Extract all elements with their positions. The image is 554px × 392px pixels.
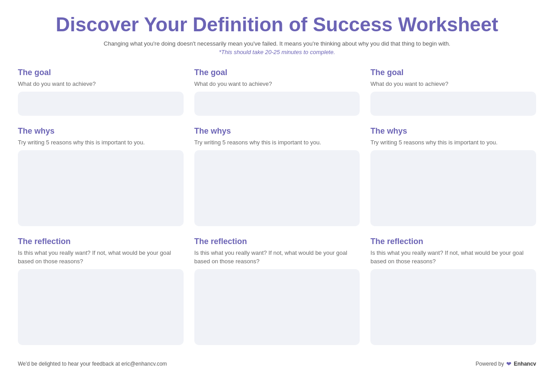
whys-title-1: The whys <box>18 126 184 136</box>
whys-desc-3: Try writing 5 reasons why this is import… <box>370 139 536 147</box>
whys-block-2: The whys Try writing 5 reasons why this … <box>194 126 360 226</box>
reflection-block-2: The reflection Is this what you really w… <box>194 237 360 345</box>
reflection-input-3[interactable] <box>370 269 536 345</box>
whys-input-3[interactable] <box>370 150 536 226</box>
whys-title-3: The whys <box>370 126 536 136</box>
goal-title-2: The goal <box>194 68 360 77</box>
whys-block-3: The whys Try writing 5 reasons why this … <box>370 126 536 226</box>
reflection-input-1[interactable] <box>18 269 184 345</box>
page-title: Discover Your Definition of Success Work… <box>18 13 536 36</box>
whys-input-2[interactable] <box>194 150 360 226</box>
title-highlight-word: Worksheet <box>398 13 498 35</box>
goal-input-2[interactable] <box>194 92 360 116</box>
reflection-block-3: The reflection Is this what you really w… <box>370 237 536 345</box>
subtitle-text: Changing what you're doing doesn't neces… <box>18 40 536 47</box>
whys-input-1[interactable] <box>18 150 184 226</box>
goal-title-1: The goal <box>18 68 184 77</box>
goal-input-1[interactable] <box>18 92 184 116</box>
whys-row: The whys Try writing 5 reasons why this … <box>18 126 536 226</box>
reflection-desc-3: Is this what you really want? If not, wh… <box>370 249 536 265</box>
reflection-title-2: The reflection <box>194 237 360 246</box>
reflection-desc-1: Is this what you really want? If not, wh… <box>18 249 184 265</box>
whys-block-1: The whys Try writing 5 reasons why this … <box>18 126 184 226</box>
reflection-row: The reflection Is this what you really w… <box>18 237 536 345</box>
powered-by-text: Powered by <box>476 361 504 367</box>
page-footer: We'd be delighted to hear your feedback … <box>18 356 536 367</box>
whys-title-2: The whys <box>194 126 360 136</box>
goal-block-3: The goal What do you want to achieve? <box>370 68 536 116</box>
reflection-input-2[interactable] <box>194 269 360 345</box>
goal-input-3[interactable] <box>370 92 536 116</box>
reflection-block-1: The reflection Is this what you really w… <box>18 237 184 345</box>
title-plain: Discover Your Definition of Success <box>56 13 393 35</box>
goal-desc-3: What do you want to achieve? <box>370 80 536 88</box>
goal-title-3: The goal <box>370 68 536 77</box>
goal-row: The goal What do you want to achieve? Th… <box>18 68 536 116</box>
goal-desc-2: What do you want to achieve? <box>194 80 360 88</box>
footer-brand: Powered by ❤ Enhancv <box>476 360 536 367</box>
goal-block-1: The goal What do you want to achieve? <box>18 68 184 116</box>
footer-feedback: We'd be delighted to hear your feedback … <box>18 361 167 367</box>
time-note: *This should take 20-25 minutes to compl… <box>18 49 536 55</box>
heart-icon: ❤ <box>506 360 512 367</box>
goal-block-2: The goal What do you want to achieve? <box>194 68 360 116</box>
whys-desc-2: Try writing 5 reasons why this is import… <box>194 139 360 147</box>
reflection-title-3: The reflection <box>370 237 536 246</box>
goal-desc-1: What do you want to achieve? <box>18 80 184 88</box>
reflection-desc-2: Is this what you really want? If not, wh… <box>194 249 360 265</box>
whys-desc-1: Try writing 5 reasons why this is import… <box>18 139 184 147</box>
page-header: Discover Your Definition of Success Work… <box>18 13 536 55</box>
brand-name: Enhancv <box>514 361 536 367</box>
reflection-title-1: The reflection <box>18 237 184 246</box>
